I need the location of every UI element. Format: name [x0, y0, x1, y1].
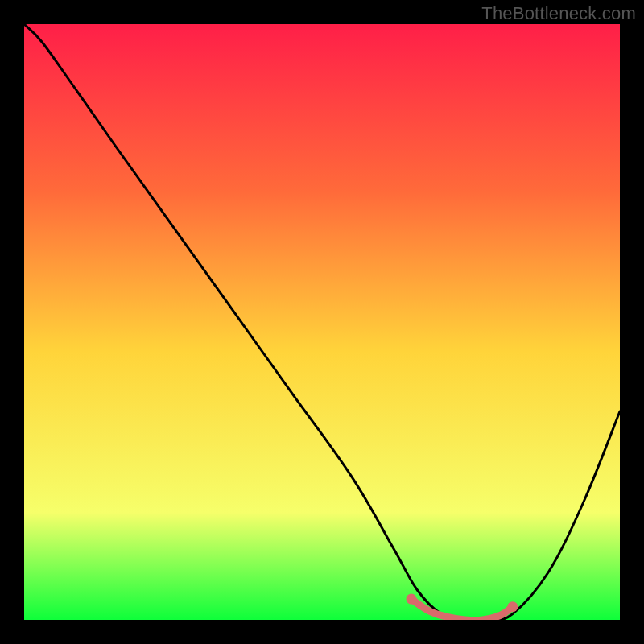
optimal-range-end-dot	[507, 601, 518, 612]
optimal-range-start-dot	[407, 594, 417, 605]
watermark-label: TheBottleneck.com	[481, 3, 636, 24]
plot-area	[24, 24, 620, 620]
plot-svg	[24, 24, 620, 620]
gradient-background	[24, 24, 620, 620]
chart-frame: TheBottleneck.com	[0, 0, 644, 644]
